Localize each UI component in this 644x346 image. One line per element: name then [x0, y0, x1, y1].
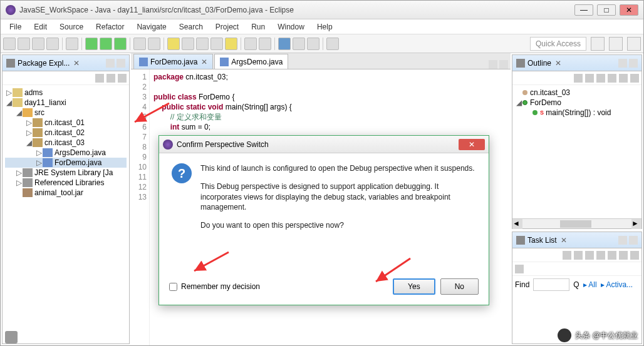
close-button[interactable]: ✕: [620, 4, 638, 16]
no-button[interactable]: No: [440, 278, 479, 295]
eclipse-icon: [6, 5, 16, 15]
outline-tab[interactable]: Outline ✕: [512, 55, 641, 71]
close-icon[interactable]: ✕: [561, 236, 567, 245]
minimize-view-icon[interactable]: [618, 236, 627, 245]
menu-navigate[interactable]: Navigate: [132, 21, 171, 33]
save-icon[interactable]: [18, 38, 30, 50]
tree-project[interactable]: ▷adms: [5, 88, 127, 98]
status-icon[interactable]: [5, 331, 18, 343]
view-menu-icon[interactable]: [630, 74, 639, 83]
menu-edit[interactable]: Edit: [29, 21, 52, 33]
dialog-message: This kind of launch is configured to ope…: [200, 163, 476, 272]
menu-source[interactable]: Source: [55, 21, 88, 33]
print-icon[interactable]: [46, 38, 59, 50]
arrow-down-icon[interactable]: [515, 265, 524, 273]
close-icon[interactable]: ✕: [73, 59, 80, 68]
maximize-view-icon[interactable]: [629, 59, 638, 68]
new-class-icon[interactable]: [148, 38, 160, 50]
sort-icon[interactable]: [574, 74, 583, 83]
maximize-view-icon[interactable]: [499, 60, 508, 69]
tree-package[interactable]: ▷cn.itcast_01: [5, 118, 127, 128]
close-icon[interactable]: ✕: [555, 59, 561, 68]
link-editor-icon[interactable]: [106, 74, 115, 83]
hide-nonpublic-icon[interactable]: [608, 74, 616, 83]
collapse-all-icon[interactable]: [95, 74, 104, 83]
remember-checkbox[interactable]: Remember my decision: [169, 282, 260, 291]
activate-link[interactable]: ▸ Activa...: [601, 280, 633, 289]
pin-icon[interactable]: [326, 38, 339, 50]
java-perspective-icon[interactable]: [591, 37, 605, 51]
toggle-breadcrumb-icon[interactable]: [225, 38, 237, 50]
maximize-view-icon[interactable]: [117, 59, 125, 68]
team-perspective-icon[interactable]: [627, 37, 641, 51]
tree-file[interactable]: ▷ArgsDemo.java: [5, 148, 127, 158]
new-package-icon[interactable]: [133, 38, 146, 50]
run-icon[interactable]: [100, 38, 112, 50]
collapse-icon[interactable]: [619, 251, 628, 260]
question-icon: ?: [172, 163, 192, 183]
tree-jre[interactable]: ▷JRE System Library [Ja: [5, 168, 127, 178]
outline-tree: cn.itcast_03 ◢ForDemo S main(String[]) :…: [512, 85, 641, 218]
scrollbar[interactable]: ◄►: [512, 218, 641, 228]
tree-project[interactable]: ◢day11_lianxi: [5, 98, 127, 108]
find-input[interactable]: [533, 278, 569, 291]
minimize-view-icon[interactable]: [106, 59, 115, 68]
tree-package[interactable]: ◢cn.itcast_03: [5, 138, 127, 148]
tasklist-tab[interactable]: Task List ✕: [512, 232, 641, 248]
yes-button[interactable]: Yes: [393, 278, 435, 295]
tree-package[interactable]: ▷cn.itcast_02: [5, 128, 127, 138]
synchronize-icon[interactable]: [608, 251, 616, 260]
open-type-icon[interactable]: [167, 38, 180, 50]
tree-ref-lib[interactable]: ▷Referenced Libraries: [5, 178, 127, 188]
hide-local-icon[interactable]: [619, 74, 628, 83]
hide-static-icon[interactable]: [596, 74, 605, 83]
last-edit-icon[interactable]: [278, 38, 291, 50]
all-link[interactable]: ▸ All: [583, 280, 597, 289]
toggle-block-icon[interactable]: [210, 38, 223, 50]
run-last-icon[interactable]: [114, 38, 127, 50]
editor-tab-fordemo[interactable]: ForDemo.java✕: [133, 54, 213, 69]
new-task-icon[interactable]: [563, 251, 571, 260]
outline-package[interactable]: cn.itcast_03: [515, 88, 639, 98]
new-icon[interactable]: [3, 38, 16, 50]
tree-jar[interactable]: animal_tool.jar: [5, 188, 127, 198]
maximize-button[interactable]: □: [597, 4, 616, 16]
outline-class[interactable]: ◢ForDemo: [515, 98, 639, 108]
build-icon[interactable]: [66, 38, 78, 50]
search-tb-icon[interactable]: [182, 38, 194, 50]
close-icon[interactable]: ✕: [201, 58, 207, 66]
schedule-icon[interactable]: [585, 251, 594, 260]
tree-src[interactable]: ◢src: [5, 108, 127, 118]
forward-icon[interactable]: [307, 38, 319, 50]
dialog-close-button[interactable]: ✕: [459, 139, 485, 150]
next-annotation-icon[interactable]: [244, 38, 257, 50]
debug-perspective-icon[interactable]: [609, 37, 623, 51]
quick-access[interactable]: Quick Access: [530, 37, 586, 51]
menu-project[interactable]: Project: [210, 21, 244, 33]
outline-method[interactable]: S main(String[]) : void: [515, 108, 639, 118]
remember-checkbox-input[interactable]: [169, 283, 177, 291]
hide-fields-icon[interactable]: [585, 74, 594, 83]
view-menu-icon[interactable]: [118, 74, 127, 83]
menu-file[interactable]: File: [4, 21, 26, 33]
focus-icon[interactable]: [596, 251, 605, 260]
debug-icon[interactable]: [85, 38, 98, 50]
save-all-icon[interactable]: [32, 38, 44, 50]
prev-annotation-icon[interactable]: [259, 38, 271, 50]
tree-file[interactable]: ▷ForDemo.java: [5, 158, 127, 168]
view-menu-icon[interactable]: [630, 251, 639, 260]
minimize-view-icon[interactable]: [618, 59, 627, 68]
back-icon[interactable]: [293, 38, 305, 50]
editor-tab-argsdemo[interactable]: ArgsDemo.java: [214, 54, 288, 69]
menu-run[interactable]: Run: [246, 21, 270, 33]
menu-help[interactable]: Help: [312, 21, 338, 33]
menu-window[interactable]: Window: [273, 21, 309, 33]
minimize-button[interactable]: —: [574, 4, 593, 16]
maximize-view-icon[interactable]: [629, 236, 638, 245]
menu-search[interactable]: Search: [174, 21, 208, 33]
package-explorer-tab[interactable]: Package Expl... ✕: [3, 55, 129, 71]
minimize-view-icon[interactable]: [489, 60, 497, 69]
toggle-mark-icon[interactable]: [196, 38, 209, 50]
categorize-icon[interactable]: [574, 251, 583, 260]
menu-refactor[interactable]: Refactor: [91, 21, 129, 33]
